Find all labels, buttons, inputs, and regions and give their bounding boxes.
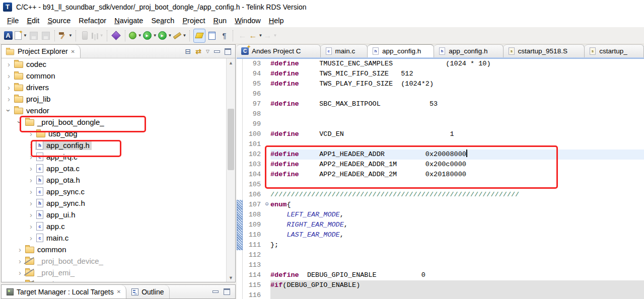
- code-line-text[interactable]: #define TMUSIC_ENC_SAMPLES (1024 * 10): [270, 59, 644, 69]
- chevron-right-icon[interactable]: ›: [5, 84, 13, 91]
- code-line-text[interactable]: [270, 290, 644, 299]
- editor-tab-app_config.h[interactable]: happ_config.h: [368, 44, 434, 57]
- chevron-right-icon[interactable]: ›: [16, 280, 24, 282]
- tree-item-app_ota.h[interactable]: ›happ_ota.h: [2, 174, 227, 186]
- code-line-text[interactable]: [270, 260, 644, 270]
- minimize-icon[interactable]: [212, 290, 219, 293]
- build-chart-icon[interactable]: ▼: [92, 29, 104, 42]
- dropdown-caret-icon[interactable]: ▼: [138, 33, 142, 38]
- tree-item-drivers[interactable]: ›drivers: [2, 82, 227, 93]
- chevron-down-icon[interactable]: ›: [16, 118, 24, 126]
- collapse-all-icon[interactable]: ⊟: [185, 48, 191, 55]
- code-line-text[interactable]: LEFT_EAR_MODE,: [270, 210, 644, 220]
- build-icon[interactable]: ▼: [58, 29, 73, 42]
- chevron-right-icon[interactable]: ›: [27, 141, 35, 149]
- menu-edit[interactable]: Edit: [23, 15, 43, 26]
- dropdown-caret-icon[interactable]: ▼: [183, 33, 187, 38]
- code-line-text[interactable]: #define VCD_EN 1: [270, 129, 644, 139]
- tree-item-app_sync.h[interactable]: ›happ_sync.h: [2, 197, 227, 209]
- code-line-text[interactable]: #define DEBUG_GPIO_ENABLE 0: [270, 270, 644, 280]
- refresh-index-icon[interactable]: [80, 29, 91, 42]
- scroll-down-icon[interactable]: ▼: [227, 273, 235, 282]
- menu-window[interactable]: Window: [231, 15, 265, 26]
- tab-outline[interactable]: Outline: [126, 285, 169, 298]
- code-line-text[interactable]: [270, 119, 644, 129]
- chevron-right-icon[interactable]: ›: [27, 199, 35, 207]
- forward-icon[interactable]: →▼: [263, 29, 277, 42]
- chevron-right-icon[interactable]: ›: [5, 60, 13, 68]
- code-line-text[interactable]: #define SBC_MAX_BITPOOL 53: [270, 99, 644, 109]
- code-line-text[interactable]: #define TWS_PLAY_FIFO_SIZE (1024*2): [270, 79, 644, 89]
- menu-refactor[interactable]: Refactor: [75, 15, 110, 26]
- dropdown-caret-icon[interactable]: ▼: [168, 33, 172, 38]
- chevron-right-icon[interactable]: ›: [27, 153, 35, 161]
- editor-tab-cstartup_9518.S[interactable]: scstartup_9518.S: [504, 44, 585, 57]
- tree-item-_proj_boot_dongle_[interactable]: ›_proj_boot_dongle_: [2, 116, 227, 128]
- show-whitespace-icon[interactable]: ¶: [219, 29, 230, 42]
- tree-item-proj_lib[interactable]: ›proj_lib: [2, 93, 227, 105]
- menu-help[interactable]: Help: [265, 15, 288, 26]
- tree-item-vendor[interactable]: ›vendor: [2, 105, 227, 116]
- tree-item-codec[interactable]: ›codec: [2, 58, 227, 70]
- dropdown-caret-icon[interactable]: ▼: [100, 33, 104, 38]
- chevron-right-icon[interactable]: ›: [27, 188, 35, 195]
- code-editor[interactable]: 93#define TMUSIC_ENC_SAMPLES (1024 * 10)…: [237, 59, 644, 299]
- close-icon[interactable]: ✕: [117, 289, 121, 294]
- tree-item-_proj_emi_[interactable]: ›_proj_emi_: [2, 267, 227, 278]
- menu-navigate[interactable]: Navigate: [110, 15, 147, 26]
- chevron-right-icon[interactable]: ›: [27, 234, 35, 242]
- back-icon[interactable]: ←▼: [249, 29, 262, 42]
- code-line-text[interactable]: [270, 89, 644, 99]
- code-line-text[interactable]: #define APP2_HEADER_ADDR_1M 0x200c0000: [270, 160, 644, 170]
- tree-item-app.c[interactable]: ›capp.c: [2, 220, 227, 232]
- scrollbar-thumb[interactable]: [228, 109, 234, 170]
- dropdown-caret-icon[interactable]: ▼: [258, 33, 262, 38]
- new-wizard-icon[interactable]: ✦▼: [15, 29, 27, 42]
- menu-run[interactable]: Run: [209, 15, 231, 26]
- tree-item-common[interactable]: ›common: [2, 70, 227, 82]
- code-line-text[interactable]: [270, 139, 644, 150]
- tree-item-app_sync.c[interactable]: ›capp_sync.c: [2, 186, 227, 197]
- chevron-right-icon[interactable]: ›: [5, 72, 13, 80]
- chevron-right-icon[interactable]: ›: [27, 211, 35, 218]
- tab-project-explorer[interactable]: Project Explorer ✕: [2, 45, 81, 58]
- tree-item-common[interactable]: ›common: [2, 244, 227, 255]
- debug-icon[interactable]: ▼: [129, 29, 142, 42]
- close-icon[interactable]: ✕: [71, 49, 75, 54]
- dropdown-caret-icon[interactable]: ▼: [68, 33, 73, 38]
- code-line-text[interactable]: enum{: [270, 200, 644, 210]
- chevron-right-icon[interactable]: ›: [5, 95, 13, 103]
- code-line-text[interactable]: #define TWS_MIC_FIFO_SIZE 512: [270, 69, 644, 79]
- tree-item-app_ui.h[interactable]: ›happ_ui.h: [2, 209, 227, 220]
- tab-target-manager-local-targets[interactable]: Target Manager : Local Targets✕: [2, 285, 126, 298]
- flash-programmer-icon[interactable]: [111, 29, 122, 42]
- menu-search[interactable]: Search: [147, 15, 178, 26]
- dropdown-caret-icon[interactable]: ▼: [153, 33, 157, 38]
- run-icon[interactable]: ▶▼: [143, 29, 157, 42]
- chevron-right-icon[interactable]: ›: [27, 130, 35, 137]
- tree-item-app_ota.c[interactable]: ›capp_ota.c: [2, 163, 227, 174]
- chevron-right-icon[interactable]: ›: [27, 176, 35, 184]
- save-all-icon[interactable]: [40, 29, 51, 42]
- burn-icon[interactable]: ▼: [173, 29, 187, 42]
- code-line-text[interactable]: #define APP2_HEADER_ADDR_2M 0x20180000: [270, 170, 644, 180]
- menu-file[interactable]: File: [3, 15, 23, 26]
- chevron-right-icon[interactable]: ›: [27, 165, 35, 172]
- tree-item-_proj_[interactable]: ›_proj_: [2, 278, 227, 282]
- code-line-text[interactable]: [270, 109, 644, 119]
- show-source-icon[interactable]: [206, 29, 218, 42]
- dropdown-caret-icon[interactable]: ▼: [23, 33, 27, 38]
- code-line-text[interactable]: #if(DEBUG_GPIO_ENABLE): [270, 280, 644, 290]
- editor-tab-main.c[interactable]: cmain.c: [321, 44, 368, 57]
- menu-project[interactable]: Project: [178, 15, 209, 26]
- code-line-text[interactable]: LAST_EAR_MODE,: [270, 230, 644, 240]
- last-edit-location-icon[interactable]: ←: [237, 29, 248, 42]
- chevron-right-icon[interactable]: ›: [16, 269, 24, 276]
- tree-item-_proj_boot_device_[interactable]: ›_proj_boot_device_: [2, 255, 227, 267]
- code-line-text[interactable]: RIGHT_EAR_MODE,: [270, 220, 644, 230]
- maximize-icon[interactable]: [224, 288, 230, 295]
- chevron-right-icon[interactable]: ›: [27, 222, 35, 230]
- editor-tab-app_config.h[interactable]: happ_config.h: [434, 44, 503, 57]
- tree-item-app_config.h[interactable]: ›happ_config.h: [2, 139, 227, 151]
- fold-collapse-icon[interactable]: ⊖: [263, 200, 270, 210]
